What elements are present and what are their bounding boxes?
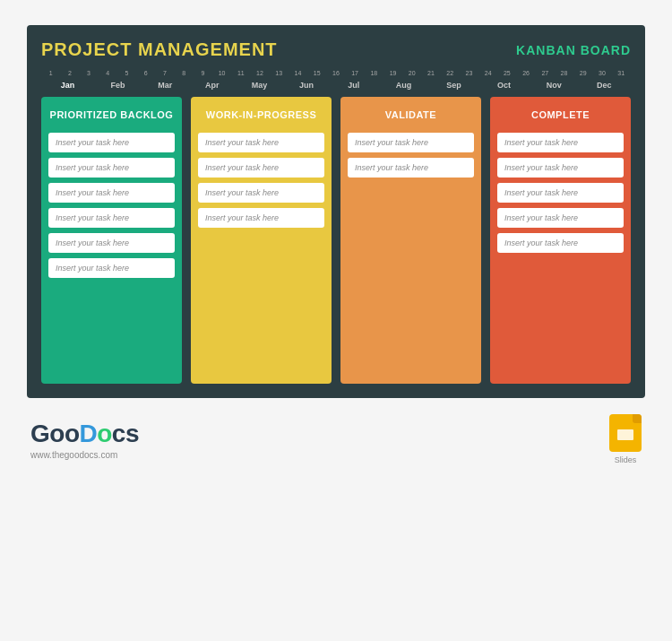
calendar-day-5: 5 [117,67,136,80]
kanban-col-wip: WORK-IN-PROGRESSInsert your task hereIns… [191,97,332,384]
calendar-month-nov: Nov [530,81,578,90]
task-card-complete-3[interactable]: Insert your task here [497,208,624,228]
calendar-month-aug: Aug [377,81,430,90]
calendar-day-14: 14 [289,67,307,80]
calendar-day-31: 31 [612,67,631,80]
branding-footer: GooDocs www.thegoodocs.com Slides [27,414,645,464]
calendar-day-24: 24 [478,67,497,80]
brand-right: Slides [609,414,642,464]
task-card-validate-0[interactable]: Insert your task here [348,133,474,152]
kanban-columns: PRIORITIZED BACKLOGInsert your task here… [41,97,631,384]
brand-logo: GooDocs [30,420,139,448]
calendar-day-7: 7 [155,67,174,80]
calendar-months: JanFebMarAprMayJunJulAugSepOctNovDec [41,81,631,90]
task-card-backlog-0[interactable]: Insert your task here [48,133,175,152]
kanban-col-validate: VALIDATEInsert your task hereInsert your… [340,97,481,384]
calendar-month-oct: Oct [478,81,530,90]
calendar-month-jan: Jan [41,81,94,90]
calendar-day-30: 30 [592,67,611,80]
calendar-month-sep: Sep [430,81,478,90]
board-title: PROJECT MANAGEMENT [41,39,278,60]
calendar-day-3: 3 [79,67,98,80]
logo-goo: Goo [30,420,80,447]
col-header-complete: COMPLETE [497,106,624,124]
calendar-day-20: 20 [402,67,421,80]
calendar-day-4: 4 [99,67,117,80]
task-card-wip-1[interactable]: Insert your task here [198,158,324,178]
logo-oo: o [97,420,112,447]
calendar-day-22: 22 [441,67,460,80]
calendar-day-2: 2 [60,67,79,80]
calendar-month-jul: Jul [330,81,377,90]
calendar-day-8: 8 [175,67,194,80]
calendar-day-13: 13 [270,67,289,80]
calendar-day-17: 17 [346,67,365,80]
col-header-validate: VALIDATE [348,106,474,124]
calendar-day-18: 18 [365,67,383,80]
calendar-day-10: 10 [212,67,231,80]
calendar-day-12: 12 [250,67,269,80]
brand-url: www.thegoodocs.com [30,450,139,460]
col-header-backlog: PRIORITIZED BACKLOG [48,106,175,124]
calendar-day-11: 11 [231,67,250,80]
calendar-day-23: 23 [460,67,478,80]
calendar-day-16: 16 [326,67,345,80]
task-card-backlog-4[interactable]: Insert your task here [48,233,175,253]
brand-left: GooDocs www.thegoodocs.com [30,420,139,460]
logo-d: D [80,420,98,447]
calendar-numbers: 1234567891011121314151617181920212223242… [41,67,631,80]
task-card-backlog-1[interactable]: Insert your task here [48,158,175,178]
calendar-month-feb: Feb [94,81,142,90]
calendar-month-apr: Apr [188,81,236,90]
task-card-complete-0[interactable]: Insert your task here [497,133,624,152]
logo-ocs: cs [112,420,139,447]
calendar-day-27: 27 [536,67,555,80]
calendar-day-9: 9 [194,67,212,80]
task-card-wip-2[interactable]: Insert your task here [198,183,324,203]
calendar-month-dec: Dec [578,81,631,90]
task-card-backlog-5[interactable]: Insert your task here [48,258,175,278]
calendar-day-21: 21 [421,67,440,80]
calendar-day-25: 25 [497,67,516,80]
calendar-day-6: 6 [136,67,155,80]
calendar-highlighted-day: 8 [175,67,194,80]
task-card-backlog-2[interactable]: Insert your task here [48,183,175,203]
calendar-day-28: 28 [555,67,573,80]
calendar-day-19: 19 [383,67,402,80]
slides-icon [609,414,642,452]
calendar-day-26: 26 [516,67,535,80]
calendar-day-15: 15 [307,67,326,80]
slides-icon-inner [617,429,633,440]
calendar-day-1: 1 [41,67,60,80]
board-header: PROJECT MANAGEMENT KANBAN BOARD [41,39,631,60]
kanban-col-backlog: PRIORITIZED BACKLOGInsert your task here… [41,97,182,384]
calendar-month-may: May [236,81,283,90]
calendar-month-mar: Mar [142,81,189,90]
task-card-validate-1[interactable]: Insert your task here [348,158,474,178]
calendar-month-jun: Jun [283,81,331,90]
task-card-complete-1[interactable]: Insert your task here [497,158,624,178]
board-subtitle: KANBAN BOARD [516,43,631,57]
task-card-wip-0[interactable]: Insert your task here [198,133,324,152]
task-card-wip-3[interactable]: Insert your task here [198,208,324,228]
task-card-backlog-3[interactable]: Insert your task here [48,208,175,228]
slides-label: Slides [615,455,637,464]
task-card-complete-2[interactable]: Insert your task here [497,183,624,203]
calendar-day-29: 29 [573,67,592,80]
kanban-col-complete: COMPLETEInsert your task hereInsert your… [490,97,631,384]
kanban-board: PROJECT MANAGEMENT KANBAN BOARD 12345678… [27,25,645,398]
task-card-complete-4[interactable]: Insert your task here [497,233,624,253]
col-header-wip: WORK-IN-PROGRESS [198,106,324,124]
